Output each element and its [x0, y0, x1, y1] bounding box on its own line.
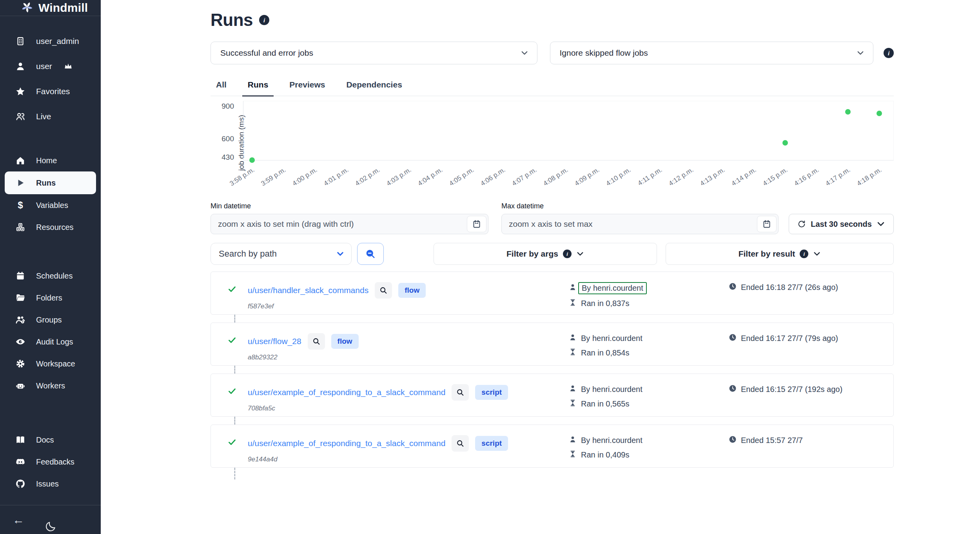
search-by-path-value: Search by path — [219, 249, 277, 259]
clock-icon — [728, 333, 737, 342]
chart-data-point — [877, 111, 882, 116]
run-timeline-connector — [234, 468, 894, 479]
sidebar-item-issues[interactable]: Issues — [0, 473, 101, 495]
tab-dependencies[interactable]: Dependencies — [341, 80, 407, 96]
hourglass-icon — [568, 298, 577, 309]
hourglass-icon — [568, 450, 577, 458]
sidebar-item-label: Favorites — [36, 87, 70, 96]
person-icon — [568, 384, 577, 395]
run-row[interactable]: u/user/example_of_responding_to_a_slack_… — [211, 425, 894, 468]
run-path-link[interactable]: u/user/handler_slack_commands — [248, 286, 368, 295]
sidebar-item-folders[interactable]: Folders — [0, 287, 101, 309]
person-icon — [568, 384, 577, 393]
search-by-path-select[interactable]: Search by path — [211, 243, 352, 265]
run-path-link[interactable]: u/user/example_of_responding_to_a_slack_… — [248, 439, 445, 448]
star-icon — [15, 86, 26, 97]
sidebar-item-variables[interactable]: $Variables — [0, 194, 101, 216]
max-datetime-calendar-button[interactable] — [757, 216, 777, 232]
sidebar-item-label: Runs — [36, 179, 56, 188]
sidebar-item-live[interactable]: Live — [0, 104, 101, 129]
hourglass-icon — [568, 399, 577, 407]
run-path-link[interactable]: u/user/flow_28 — [248, 337, 301, 346]
eye-icon — [15, 337, 26, 347]
filter-result-info-icon: i — [800, 250, 808, 258]
collapse-arrow-icon: ← — [13, 513, 24, 527]
flow-jobs-select[interactable]: Ignore skipped flow jobs — [550, 42, 874, 64]
run-kind-badge: flow — [398, 283, 426, 298]
person-icon — [568, 435, 577, 446]
sidebar-item-label: Live — [36, 112, 51, 121]
hourglass-icon — [568, 450, 577, 460]
clock-icon — [728, 282, 737, 291]
building-icon — [15, 36, 26, 46]
calendar-icon — [472, 219, 481, 229]
sidebar-external-section: DocsFeedbacksIssues — [0, 426, 101, 498]
min-datetime-input[interactable] — [211, 214, 488, 234]
chart-data-point — [249, 157, 255, 163]
sidebar-item-workspace[interactable]: Workspace — [0, 353, 101, 375]
sidebar-collapse[interactable]: ← — [0, 505, 101, 534]
chart-y-tick: 600 — [211, 135, 234, 143]
run-inspect-button[interactable] — [375, 282, 392, 299]
chart-plot-area[interactable] — [243, 101, 894, 160]
max-datetime-input[interactable] — [501, 214, 779, 234]
run-by: By henri.courdent — [581, 385, 642, 394]
page-title: Runs — [211, 10, 253, 30]
run-inspect-button[interactable] — [452, 435, 469, 452]
runs-info-icon[interactable]: i — [259, 15, 269, 25]
sidebar-item-audit-logs[interactable]: Audit Logs — [0, 331, 101, 353]
run-duration: Ran in 0,409s — [581, 450, 629, 459]
sidebar-item-user[interactable]: user — [0, 54, 101, 79]
run-meta-col: By henri.courdentRan in 0,854s — [568, 333, 728, 365]
run-timeline-connector — [234, 417, 894, 425]
run-row[interactable]: u/user/handler_slack_commandsflowf587e3e… — [211, 272, 894, 315]
sidebar-item-user-admin[interactable]: user_admin — [0, 29, 101, 54]
calendar-icon — [15, 271, 26, 281]
crown-icon — [62, 61, 73, 71]
sidebar-item-label: user_admin — [36, 36, 79, 46]
tab-previews[interactable]: Previews — [284, 80, 330, 96]
filter-by-result-button[interactable]: Filter by result i — [666, 243, 894, 265]
job-status-select[interactable]: Successful and error jobs — [211, 42, 537, 64]
clock-icon — [728, 384, 737, 393]
run-row[interactable]: u/user/flow_28flowa8b29322By henri.courd… — [211, 323, 894, 366]
chevron-down-icon — [813, 250, 821, 258]
tab-all[interactable]: All — [211, 80, 232, 96]
magnifier-icon — [456, 439, 465, 448]
run-duration: Ran in 0,854s — [581, 348, 629, 357]
gear-icon — [15, 359, 26, 369]
magnifier-icon — [379, 286, 388, 295]
run-ended: Ended 15:57 27/7 — [741, 436, 803, 445]
sidebar: Windmill user_adminuserFavoritesLive Hom… — [0, 0, 101, 534]
sidebar-item-docs[interactable]: Docs — [0, 429, 101, 451]
sidebar-main-section: HomeRuns$VariablesResources — [0, 146, 101, 241]
flow-jobs-value: Ignore skipped flow jobs — [560, 48, 648, 58]
person-icon — [568, 333, 577, 342]
min-datetime-calendar-button[interactable] — [467, 216, 486, 232]
sidebar-item-schedules[interactable]: Schedules — [0, 265, 101, 287]
tab-runs[interactable]: Runs — [242, 80, 274, 96]
sidebar-item-home[interactable]: Home — [0, 149, 101, 171]
sidebar-item-favorites[interactable]: Favorites — [0, 79, 101, 104]
run-meta-col: By henri.courdentRan in 0,409s — [568, 435, 728, 467]
run-inspect-button[interactable] — [308, 333, 325, 350]
time-range-button[interactable]: Last 30 seconds — [789, 214, 894, 234]
sidebar-item-resources[interactable]: Resources — [0, 216, 101, 238]
duration-chart[interactable]: job duration (ms) 900600430 3:58 p.m.3:5… — [211, 98, 894, 192]
run-path-link[interactable]: u/user/example_of_responding_to_a_slack_… — [248, 388, 445, 397]
filter-by-args-button[interactable]: Filter by args i — [434, 243, 657, 265]
sidebar-item-groups[interactable]: Groups — [0, 309, 101, 331]
run-row[interactable]: u/user/example_of_responding_to_a_slack_… — [211, 374, 894, 417]
sidebar-item-feedbacks[interactable]: Feedbacks — [0, 451, 101, 473]
job-status-value: Successful and error jobs — [220, 48, 313, 58]
sidebar-item-workers[interactable]: Workers — [0, 375, 101, 397]
sidebar-item-runs[interactable]: Runs — [5, 171, 96, 194]
sidebar-item-label: Workers — [36, 381, 65, 390]
chart-data-point — [782, 140, 788, 146]
home-icon — [15, 155, 26, 166]
success-check-icon — [227, 284, 237, 294]
search-button[interactable] — [357, 243, 384, 265]
run-inspect-button[interactable] — [452, 384, 469, 401]
flow-jobs-info-icon[interactable]: i — [884, 48, 894, 58]
logo-row[interactable]: Windmill — [0, 0, 101, 16]
